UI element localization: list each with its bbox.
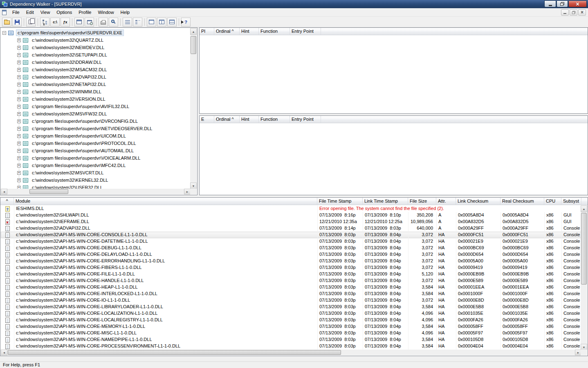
tree-expand-icon[interactable] bbox=[17, 127, 21, 131]
tree-item[interactable]: c:\program files\superdvr\superdvr\VOICE… bbox=[1, 154, 191, 162]
import-pane-body[interactable] bbox=[200, 36, 587, 113]
tree-item[interactable]: c:\windows\system32\MSVCRT.DLL bbox=[1, 169, 191, 176]
column-header[interactable]: Entry Point bbox=[290, 28, 321, 35]
menu-view[interactable]: View bbox=[37, 8, 54, 16]
module-row[interactable]: c:\windows\system32\API-MS-WIN-CORE-HAND… bbox=[1, 278, 582, 284]
search-button[interactable] bbox=[109, 18, 118, 27]
view-module-list-button[interactable] bbox=[167, 18, 177, 27]
menu-edit[interactable]: Edit bbox=[23, 8, 37, 16]
module-row[interactable]: c:\windows\system32\API-MS-WIN-CORE-FILE… bbox=[1, 271, 582, 278]
module-row[interactable]: c:\windows\system32\API-MS-WIN-CORE-NAME… bbox=[1, 336, 582, 343]
tree-expand-icon[interactable] bbox=[17, 97, 21, 101]
column-header[interactable]: Link Checksum bbox=[456, 198, 500, 205]
column-header[interactable]: Module bbox=[14, 198, 317, 205]
scroll-left-icon[interactable] bbox=[1, 350, 7, 355]
module-list-vertical-scrollbar[interactable] bbox=[581, 205, 587, 350]
tree-expand-icon[interactable] bbox=[17, 90, 21, 94]
column-header[interactable]: Ordinal ^ bbox=[214, 28, 240, 35]
module-row[interactable]: c:\windows\system32\API-MS-WIN-CORE-CONS… bbox=[1, 232, 582, 238]
scroll-down-icon[interactable] bbox=[190, 183, 197, 189]
tree-item[interactable]: c:\program files\superdvr\superdvr\NETVI… bbox=[1, 125, 191, 132]
tree-item[interactable]: c:\program files\superdvr\superdvr\AUTOM… bbox=[1, 147, 191, 154]
copy-button[interactable] bbox=[26, 18, 36, 27]
tree-expand-icon[interactable] bbox=[17, 149, 21, 153]
module-row[interactable]: c:\windows\system32\API-MS-WIN-CORE-LOCA… bbox=[1, 317, 582, 323]
column-header[interactable]: Real Checksum bbox=[500, 198, 544, 205]
tree-expand-icon[interactable] bbox=[17, 46, 21, 50]
view-module-tree-button[interactable] bbox=[147, 18, 156, 27]
module-row[interactable]: c:\windows\system32\API-MS-WIN-CORE-MISC… bbox=[1, 330, 582, 336]
expand-all-button[interactable] bbox=[123, 18, 132, 27]
scroll-left-icon[interactable] bbox=[1, 189, 7, 194]
menu-file[interactable]: File bbox=[9, 8, 23, 16]
tree-item[interactable]: c:\program files\superdvr\superdvr\UICOM… bbox=[1, 132, 191, 140]
context-help-button[interactable] bbox=[181, 18, 191, 27]
column-header[interactable]: File Time Stamp bbox=[317, 198, 363, 205]
properties-button[interactable] bbox=[85, 18, 94, 27]
scroll-right-icon[interactable] bbox=[184, 189, 191, 194]
column-header[interactable]: Function bbox=[259, 116, 290, 123]
tree-expand-icon[interactable] bbox=[17, 105, 21, 108]
tree-item[interactable]: c:\windows\system32\SETUPAPI.DLL bbox=[1, 51, 191, 59]
tree-expand-icon[interactable] bbox=[17, 156, 21, 160]
module-row[interactable]: c:\windows\system32\API-MS-WIN-CORE-DATE… bbox=[1, 238, 582, 245]
module-row[interactable]: c:\windows\system32\IEFRAME.DLL12/21/201… bbox=[1, 219, 582, 225]
tree-item[interactable]: c:\windows\system32\DDRAW.DLL bbox=[1, 59, 191, 66]
menu-options[interactable]: Options bbox=[53, 8, 75, 16]
module-list-horizontal-scrollbar[interactable] bbox=[1, 350, 581, 355]
export-pane-body[interactable] bbox=[200, 124, 587, 194]
module-row[interactable]: c:\windows\system32\API-MS-WIN-CORE-INTE… bbox=[1, 291, 582, 297]
tree-expand-icon[interactable] bbox=[17, 38, 21, 42]
module-row[interactable]: c:\windows\system32\API-MS-WIN-CORE-IO-L… bbox=[1, 297, 582, 304]
tree-item[interactable]: c:\windows\system32\ADVAPI32.DLL bbox=[1, 73, 191, 81]
tree-item[interactable]: c:\program files\superdvr\superdvr\DVRCO… bbox=[1, 117, 191, 125]
module-row[interactable]: c:\windows\system32\API-MS-WIN-CORE-MEMO… bbox=[1, 323, 582, 330]
tree-item[interactable]: c:\windows\system32\QUARTZ.DLL bbox=[1, 36, 191, 44]
collapse-all-button[interactable] bbox=[133, 18, 142, 27]
save-button[interactable] bbox=[12, 18, 22, 27]
column-header[interactable]: Ordinal ^ bbox=[214, 116, 240, 123]
tree-expand-icon[interactable] bbox=[17, 142, 21, 145]
module-row[interactable]: c:\windows\system32\API-MS-WIN-CORE-FIBE… bbox=[1, 264, 582, 271]
tree-expand-icon[interactable] bbox=[17, 178, 21, 182]
menu-window[interactable]: Window bbox=[94, 8, 117, 16]
restore-button[interactable] bbox=[557, 0, 568, 7]
mdi-restore-button[interactable] bbox=[570, 9, 577, 16]
tree-expand-icon[interactable] bbox=[17, 53, 21, 57]
module-vscroll-thumb[interactable] bbox=[581, 213, 587, 284]
module-row[interactable]: c:\windows\system32\API-MS-WIN-CORE-PROC… bbox=[1, 343, 582, 350]
scroll-up-icon[interactable] bbox=[581, 205, 587, 212]
tree-item[interactable]: c:\program files\superdvr\superdvr\AVIFI… bbox=[1, 103, 191, 110]
module-row[interactable]: c:\windows\system32\API-MS-WIN-CORE-LIBR… bbox=[1, 304, 582, 310]
full-paths-button[interactable]: c:\ bbox=[50, 18, 60, 27]
close-button[interactable] bbox=[568, 0, 587, 7]
module-row[interactable]: c:\windows\system32\API-MS-WIN-CORE-DELA… bbox=[1, 251, 582, 258]
column-header[interactable]: PI bbox=[200, 28, 214, 35]
column-header[interactable]: Hint bbox=[240, 116, 259, 123]
module-row[interactable]: c:\windows\system32\API-MS-WIN-CORE-DEBU… bbox=[1, 245, 582, 251]
tree-item[interactable]: c:\program files\superdvr\superdvr\MFC42… bbox=[1, 162, 191, 169]
module-row[interactable]: c:\windows\system32\API-MS-WIN-CORE-ERRO… bbox=[1, 258, 582, 264]
menu-help[interactable]: Help bbox=[117, 8, 133, 16]
module-hscroll-thumb[interactable] bbox=[8, 350, 341, 355]
mdi-minimize-button[interactable] bbox=[561, 9, 569, 16]
tree-root-item[interactable]: c:\program files\superdvr\superdvr\SUPER… bbox=[1, 29, 191, 36]
tree-collapse-icon[interactable] bbox=[2, 31, 6, 35]
tree-expand-icon[interactable] bbox=[17, 164, 21, 167]
tree-item[interactable]: c:\windows\system32\MSVFW32.DLL bbox=[1, 110, 191, 117]
tree-expand-icon[interactable] bbox=[17, 112, 21, 116]
tree-expand-icon[interactable] bbox=[17, 171, 21, 175]
mdi-document-icon[interactable] bbox=[2, 10, 7, 15]
tree-item[interactable]: c:\windows\system32\VERSION.DLL bbox=[1, 95, 191, 103]
view-import-export-button[interactable] bbox=[157, 18, 166, 27]
module-row[interactable]: c:\windows\system32\API-MS-WIN-CORE-LOCA… bbox=[1, 310, 582, 317]
module-row[interactable]: c:\windows\system32\ADVAPI32.DLL07/13/20… bbox=[1, 225, 582, 232]
tree-item[interactable]: c:\windows\system32\KERNEL32.DLL bbox=[1, 176, 191, 184]
module-row[interactable]: c:\windows\system32\SHLWAPI.DLL07/13/200… bbox=[1, 212, 582, 219]
module-row[interactable]: c:\windows\system32\API-MS-WIN-CORE-HEAP… bbox=[1, 284, 582, 291]
tree-expand-icon[interactable] bbox=[17, 120, 21, 123]
open-button[interactable] bbox=[2, 18, 11, 27]
column-header[interactable]: ^ bbox=[0, 198, 14, 205]
tree-expand-icon[interactable] bbox=[17, 61, 21, 64]
tree-item[interactable]: c:\program files\superdvr\superdvr\PROTO… bbox=[1, 140, 191, 147]
